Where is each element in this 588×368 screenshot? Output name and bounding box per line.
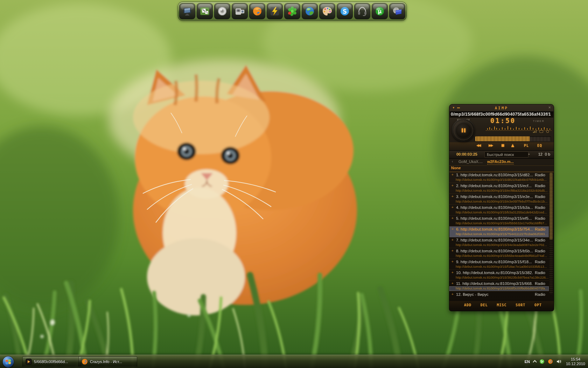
scrollbar-thumb[interactable]: [550, 173, 553, 239]
entry-kind: Radio: [533, 205, 549, 210]
shuffle-icon[interactable]: [546, 130, 550, 133]
next-button[interactable]: ▶▶: [489, 143, 492, 147]
clock-date: 10.12.2010: [566, 362, 585, 366]
entry-kind: Radio: [533, 226, 549, 232]
volume-knob[interactable]: [452, 119, 475, 142]
delete-button[interactable]: DEL: [481, 303, 488, 307]
playlist-entry-7[interactable]: +7. http://debut.tomsk.ru:8100/mp3/15/34…: [449, 237, 549, 248]
eject-button[interactable]: ▲: [511, 143, 514, 147]
entry-kind: Radio: [533, 172, 549, 178]
remote-desktop-icon[interactable]: [389, 3, 405, 19]
pause-button[interactable]: [456, 123, 471, 138]
system-tray: EN 15:54 10.12.2010: [525, 355, 585, 368]
aimp-playlist-panel: 00:00:03:25 Быстрый поиск ▸ 12 0 b ‹ GoM…: [449, 150, 554, 311]
playlist-tab-1[interactable]: GoM_UkaX....: [458, 159, 483, 164]
transport-controls: ◀◀ ▶▶ ■ ▲ PL EQ: [449, 142, 554, 150]
playlist-scrollbar[interactable]: [549, 172, 553, 294]
playlist-toggle-button[interactable]: PL: [524, 144, 529, 148]
options-button[interactable]: OPT: [534, 303, 542, 307]
add-button[interactable]: ADD: [464, 303, 471, 307]
svg-text:µ: µ: [378, 8, 382, 15]
skype-icon[interactable]: S: [337, 3, 353, 19]
antivirus-icon[interactable]: [539, 359, 545, 364]
entry-title: 7. http://debut.tomsk.ru:8100/mp3/15/34e…: [456, 237, 533, 243]
sort-button[interactable]: SORT: [516, 303, 525, 307]
stop-button[interactable]: ■: [501, 143, 504, 147]
firefox-icon: [82, 359, 88, 365]
headphones-icon[interactable]: [354, 3, 370, 19]
repeat-icon[interactable]: [539, 130, 543, 133]
expand-icon[interactable]: +: [449, 183, 456, 189]
playlist-entry-6-selected[interactable]: +6. http://debut.tomsk.ru:8100/mp3/15/75…: [449, 226, 549, 237]
playlist-entry-2[interactable]: +2. http://debut.tomsk.ru:8100/mp3/15/ec…: [449, 183, 549, 194]
icq-icon[interactable]: [284, 3, 300, 19]
playlist-buttons: ADD DEL MISC SORT OPT: [449, 301, 554, 309]
expand-icon[interactable]: +: [449, 194, 456, 199]
expand-icon[interactable]: +: [449, 259, 456, 265]
entry-title: 8. http://debut.tomsk.ru:8100/mp3/15/b5b…: [456, 248, 533, 254]
firefox-tray-icon[interactable]: [548, 359, 553, 364]
playlist-entry-1[interactable]: +1. http://debut.tomsk.ru:8100/mp3/15/d8…: [449, 172, 549, 183]
start-button[interactable]: [2, 356, 14, 368]
aimp-main-panel: ▼ ▬ AIMP ✕ 0/mp3/15/668f3c00f9d66d904075…: [449, 104, 554, 150]
playlist-entry-12[interactable]: +12. Вирус - ВирусRadio: [449, 292, 549, 298]
games-dice-icon[interactable]: [197, 3, 213, 19]
close-icon[interactable]: ✕: [548, 105, 551, 110]
earth-browser-icon[interactable]: [302, 3, 318, 19]
expand-icon[interactable]: +: [449, 226, 456, 232]
playlist-elapsed-time: 00:00:03:25: [456, 152, 477, 156]
playlist-entry-4[interactable]: +4. http://debut.tomsk.ru:8100/mp3/15/b3…: [449, 205, 549, 216]
language-indicator[interactable]: EN: [525, 360, 530, 364]
aimp-titlebar[interactable]: ▼ ▬ AIMP ✕: [449, 105, 554, 111]
taskbar-window-label: 5/668f3c00f9d66d...: [34, 360, 68, 364]
volume-icon[interactable]: [556, 359, 561, 364]
display-icon[interactable]: [179, 3, 195, 19]
winamp-icon[interactable]: [267, 3, 283, 19]
windows-logo-icon: [6, 359, 11, 364]
expand-icon[interactable]: +: [449, 292, 456, 297]
mini-volume-icon[interactable]: [533, 130, 537, 133]
firefox-icon[interactable]: [249, 3, 265, 19]
camcorder-icon[interactable]: [232, 3, 248, 19]
playlist-entry-5[interactable]: +5. http://debut.tomsk.ru:8100/mp3/15/ef…: [449, 216, 549, 226]
misc-button[interactable]: MISC: [497, 303, 506, 307]
equalizer-toggle-button[interactable]: EQ: [537, 144, 542, 148]
playlist-entry-3[interactable]: +3. http://debut.tomsk.ru:8100/mp3/15/e3…: [449, 194, 549, 205]
entry-url: http://debut.tomsk.ru:8100/mp3/15/ecf8ba…: [449, 189, 549, 193]
playlist-entry-10[interactable]: +10. http://debut.tomsk.ru:8100/mp3/15/3…: [449, 270, 549, 281]
entry-url: http://debut.tomsk.ru:8100/mp3/15/ef5b56…: [449, 221, 549, 226]
group-label: None: [451, 166, 461, 170]
expand-icon[interactable]: +: [449, 270, 456, 275]
seek-bar[interactable]: [475, 136, 551, 141]
expand-icon[interactable]: +: [449, 281, 456, 286]
playlist-entry-9[interactable]: +9. http://debut.tomsk.ru:8100/mp3/15/f1…: [449, 259, 549, 270]
search-dropdown-icon[interactable]: ▸: [528, 152, 530, 156]
expand-icon[interactable]: +: [449, 237, 456, 243]
entry-url: http://debut.tomsk.ru:8100/mp3/15/e3e05f…: [449, 199, 549, 204]
utorrent-icon[interactable]: µ: [372, 3, 388, 19]
taskbar-window-aimp[interactable]: 5/668f3c00f9d66d...: [22, 356, 81, 367]
playlist-entry-11-playing[interactable]: +11. http://debut.tomsk.ru:8100/mp3/15/6…: [449, 281, 549, 292]
expand-icon[interactable]: +: [449, 216, 456, 221]
entry-title: 2. http://debut.tomsk.ru:8100/mp3/15/ecf…: [456, 183, 533, 189]
expand-icon[interactable]: +: [449, 205, 456, 210]
taskbar-window-firefox[interactable]: Crazys.Info - Ист...: [78, 356, 137, 367]
clock[interactable]: 15:54 10.12.2010: [565, 357, 585, 366]
taskbar: 5/668f3c00f9d66d... Crazys.Info - Ист...…: [0, 355, 588, 368]
quick-search-input[interactable]: Быстрый поиск: [484, 151, 528, 158]
entry-url: http://debut.tomsk.ru:8100/mp3/15/668f3c…: [449, 286, 549, 291]
playlist-rows: +1. http://debut.tomsk.ru:8100/mp3/15/d8…: [449, 172, 549, 298]
playlist-entry-8[interactable]: +8. http://debut.tomsk.ru:8100/mp3/15/b5…: [449, 248, 549, 259]
expand-icon[interactable]: +: [449, 248, 456, 254]
paint-palette-icon[interactable]: [319, 3, 335, 19]
playlist-tab-2-active[interactable]: w2FAc23o.m...: [487, 159, 514, 164]
tray-expand-icon[interactable]: [533, 360, 536, 363]
tab-scroll-left-icon[interactable]: ‹: [452, 159, 453, 163]
expand-icon[interactable]: +: [449, 172, 456, 178]
timer-label: TIMER: [533, 120, 545, 123]
previous-button[interactable]: ◀◀: [476, 143, 480, 147]
entry-kind: Radio: [533, 248, 549, 254]
entry-url: http://debut.tomsk.ru:8100/mp3/15/f18ac7…: [449, 265, 549, 269]
speaker-icon[interactable]: [214, 3, 230, 19]
time-display: 01:50: [490, 117, 516, 124]
